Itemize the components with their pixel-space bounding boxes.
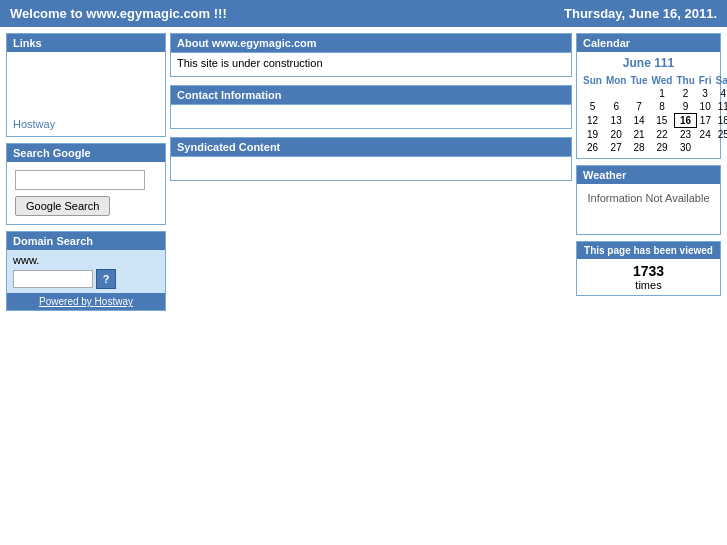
domain-go-button[interactable]: ? <box>96 269 116 289</box>
right-column: Calendar June 111 Sun Mon Tue Wed Thu Fr… <box>576 33 721 296</box>
calendar-table: Sun Mon Tue Wed Thu Fri Sat 123456789101… <box>581 74 727 154</box>
calendar-day: 3 <box>697 87 714 100</box>
calendar-day: 19 <box>581 128 604 142</box>
calendar-day: 24 <box>697 128 714 142</box>
weather-panel: Weather Information Not Available <box>576 165 721 235</box>
calendar-day: 10 <box>697 100 714 114</box>
links-panel: Links Hostway <box>6 33 166 137</box>
contact-section: Contact Information <box>170 85 572 129</box>
calendar-week-row: 19202122232425 <box>581 128 727 142</box>
calendar-week-row: 2627282930 <box>581 141 727 154</box>
calendar-week-row: 12131415161718 <box>581 114 727 128</box>
calendar-week-row: 567891011 <box>581 100 727 114</box>
search-google-body: Google Search <box>7 162 165 224</box>
cal-sat: Sat <box>714 74 727 87</box>
about-content: This site is under construction <box>170 53 572 77</box>
calendar-day: 18 <box>714 114 727 128</box>
contact-content <box>170 105 572 129</box>
welcome-text: Welcome to www.egymagic.com !!! <box>10 6 227 21</box>
weather-status: Information Not Available <box>587 192 709 204</box>
views-count: 1733 <box>581 263 716 279</box>
domain-search-header: Domain Search <box>7 232 165 250</box>
powered-hostway-link[interactable]: Powered by Hostway <box>39 296 133 307</box>
syndicated-header: Syndicated Content <box>170 137 572 157</box>
calendar-day: 8 <box>649 100 674 114</box>
search-google-header: Search Google <box>7 144 165 162</box>
calendar-header: Calendar <box>577 34 720 52</box>
cal-fri: Fri <box>697 74 714 87</box>
calendar-day <box>604 87 629 100</box>
pageviews-header: This page has been viewed <box>577 242 720 259</box>
calendar-day: 26 <box>581 141 604 154</box>
calendar-day: 6 <box>604 100 629 114</box>
search-google-panel: Search Google Google Search <box>6 143 166 225</box>
date-text: Thursday, June 16, 2011. <box>564 6 717 21</box>
calendar-day: 1 <box>649 87 674 100</box>
links-panel-body: Hostway <box>7 52 165 136</box>
domain-input[interactable] <box>13 270 93 288</box>
domain-search-body: www. ? <box>7 250 165 293</box>
views-times-label: times <box>581 279 716 291</box>
cal-tue: Tue <box>628 74 649 87</box>
calendar-day <box>581 87 604 100</box>
calendar-week-row: 1234 <box>581 87 727 100</box>
middle-column: About www.egymagic.com This site is unde… <box>170 33 572 185</box>
calendar-day: 28 <box>628 141 649 154</box>
pageviews-body: 1733 times <box>577 259 720 295</box>
cal-thu: Thu <box>674 74 696 87</box>
calendar-day: 23 <box>674 128 696 142</box>
calendar-day: 11 <box>714 100 727 114</box>
calendar-day: 14 <box>628 114 649 128</box>
calendar-day: 21 <box>628 128 649 142</box>
calendar-day <box>697 141 714 154</box>
search-input[interactable] <box>15 170 145 190</box>
calendar-day: 20 <box>604 128 629 142</box>
calendar-day: 29 <box>649 141 674 154</box>
left-column: Links Hostway Search Google Google Searc… <box>6 33 166 311</box>
calendar-days-header-row: Sun Mon Tue Wed Thu Fri Sat <box>581 74 727 87</box>
about-section: About www.egymagic.com This site is unde… <box>170 33 572 77</box>
calendar-day: 13 <box>604 114 629 128</box>
calendar-body: June 111 Sun Mon Tue Wed Thu Fri Sat <box>577 52 720 158</box>
calendar-day: 22 <box>649 128 674 142</box>
cal-sun: Sun <box>581 74 604 87</box>
about-header: About www.egymagic.com <box>170 33 572 53</box>
calendar-day: 7 <box>628 100 649 114</box>
domain-search-panel: Domain Search www. ? Powered by Hostway <box>6 231 166 311</box>
calendar-month-year: June 111 <box>581 56 716 70</box>
calendar-day <box>628 87 649 100</box>
calendar-day: 9 <box>674 100 696 114</box>
domain-input-row: ? <box>13 269 159 289</box>
calendar-day: 12 <box>581 114 604 128</box>
calendar-day: 16 <box>674 114 696 128</box>
calendar-day: 30 <box>674 141 696 154</box>
calendar-day: 17 <box>697 114 714 128</box>
header: Welcome to www.egymagic.com !!! Thursday… <box>0 0 727 27</box>
calendar-day: 15 <box>649 114 674 128</box>
google-search-button[interactable]: Google Search <box>15 196 110 216</box>
main-layout: Links Hostway Search Google Google Searc… <box>0 27 727 317</box>
weather-header: Weather <box>577 166 720 184</box>
calendar-day: 25 <box>714 128 727 142</box>
calendar-day: 4 <box>714 87 727 100</box>
calendar-day: 2 <box>674 87 696 100</box>
syndicated-content <box>170 157 572 181</box>
calendar-day: 5 <box>581 100 604 114</box>
pageviews-panel: This page has been viewed 1733 times <box>576 241 721 296</box>
syndicated-section: Syndicated Content <box>170 137 572 181</box>
cal-wed: Wed <box>649 74 674 87</box>
calendar-weeks: 1234567891011121314151617181920212223242… <box>581 87 727 154</box>
links-panel-header: Links <box>7 34 165 52</box>
hostway-link[interactable]: Hostway <box>13 118 159 130</box>
calendar-day: 27 <box>604 141 629 154</box>
calendar-panel: Calendar June 111 Sun Mon Tue Wed Thu Fr… <box>576 33 721 159</box>
contact-header: Contact Information <box>170 85 572 105</box>
domain-www-prefix: www. <box>13 254 159 266</box>
domain-powered-by: Powered by Hostway <box>7 293 165 310</box>
weather-body: Information Not Available <box>577 184 720 234</box>
calendar-day <box>714 141 727 154</box>
cal-mon: Mon <box>604 74 629 87</box>
